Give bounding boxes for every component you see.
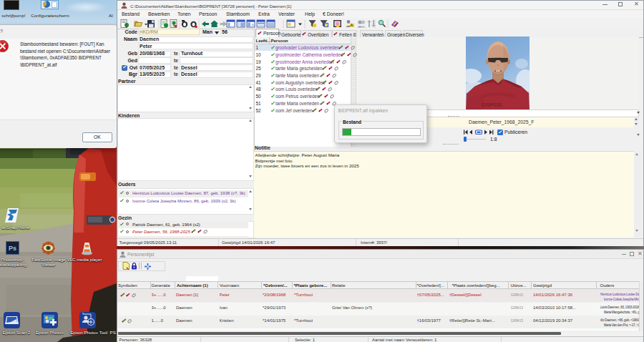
svg-text:A: A (351, 23, 353, 27)
svg-text:OSPOS: OSPOS (482, 102, 502, 108)
